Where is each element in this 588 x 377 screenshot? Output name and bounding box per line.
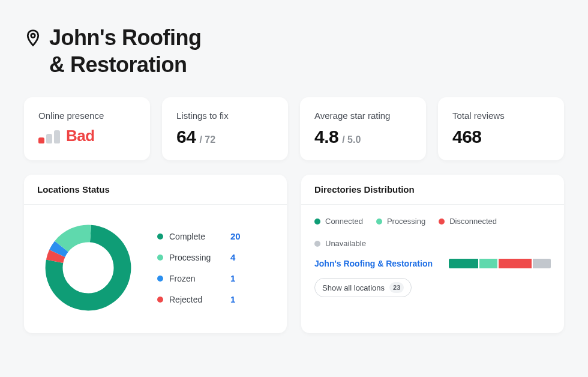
stat-label: Online presence [38, 110, 136, 121]
legend-label: Frozen [169, 274, 224, 283]
distribution-segment [499, 259, 532, 268]
legend-label: Complete [169, 232, 224, 241]
legend-dot-icon [314, 219, 320, 225]
legend-dot-icon [157, 234, 163, 240]
stat-average-star[interactable]: Average star rating 4.8 / 5.0 [300, 97, 426, 160]
locations-legend: Complete20Processing4Frozen1Rejected1 [157, 231, 241, 304]
distribution-location-name[interactable]: John's Roofing & Restoration [314, 259, 433, 268]
online-presence-status: Bad [66, 127, 95, 145]
page-header: John's Roofing & Restoration [24, 24, 564, 78]
panels-row: Locations Status Complete20Processing4Fr… [24, 175, 564, 333]
legend-label: Unavailable [325, 239, 366, 248]
locations-donut-chart [37, 217, 139, 319]
show-all-locations-button[interactable]: Show all locations 23 [314, 278, 412, 297]
legend-value: 20 [230, 231, 241, 241]
legend-label: Connected [325, 217, 363, 226]
distribution-segment [533, 259, 551, 268]
legend-dot-icon [314, 241, 320, 247]
legend-value: 1 [230, 273, 235, 283]
distribution-bar [449, 259, 551, 268]
legend-dot-icon [439, 219, 445, 225]
stats-row: Online presence Bad Listings to fix 64 /… [24, 97, 564, 160]
legend-item: Connected [314, 217, 363, 226]
legend-item: Processing4 [157, 252, 241, 262]
distribution-row: John's Roofing & Restoration [314, 259, 551, 268]
signal-bars-icon [38, 129, 60, 143]
distribution-segment [479, 259, 497, 268]
listings-to-fix-value: 64 [176, 127, 196, 147]
avg-star-value: 4.8 [314, 127, 338, 147]
panel-directories-distribution: Directories Distribution ConnectedProces… [301, 175, 564, 333]
total-reviews-value: 468 [452, 127, 482, 147]
stat-listings-to-fix[interactable]: Listings to fix 64 / 72 [162, 97, 288, 160]
legend-dot-icon [157, 297, 163, 303]
legend-dot-icon [157, 255, 163, 261]
panel-title: Locations Status [24, 175, 287, 205]
legend-item: Complete20 [157, 231, 241, 241]
business-name-line1: John's Roofing [49, 25, 202, 50]
stat-label: Total reviews [452, 110, 550, 121]
page-title: John's Roofing & Restoration [49, 24, 202, 78]
legend-item: Processing [376, 217, 425, 226]
panel-locations-status: Locations Status Complete20Processing4Fr… [24, 175, 287, 333]
location-pin-icon [24, 29, 42, 49]
locations-count-badge: 23 [389, 282, 404, 293]
legend-dot-icon [157, 276, 163, 282]
listings-to-fix-total: / 72 [199, 134, 215, 145]
legend-label: Processing [387, 217, 425, 226]
avg-star-total: / 5.0 [342, 134, 361, 145]
legend-value: 4 [230, 252, 235, 262]
legend-item: Disconnected [439, 217, 497, 226]
show-all-label: Show all locations [322, 283, 385, 292]
business-name-line2: & Restoration [49, 51, 202, 78]
stat-total-reviews[interactable]: Total reviews 468 [438, 97, 564, 160]
stat-label: Average star rating [314, 110, 412, 121]
distribution-segment [449, 259, 478, 268]
panel-title: Directories Distribution [301, 175, 564, 205]
legend-label: Rejected [169, 295, 224, 304]
legend-dot-icon [376, 219, 382, 225]
legend-value: 1 [230, 294, 235, 304]
stat-online-presence[interactable]: Online presence Bad [24, 97, 150, 160]
legend-label: Processing [169, 253, 224, 262]
stat-label: Listings to fix [176, 110, 274, 121]
legend-label: Disconnected [449, 217, 497, 226]
legend-item: Rejected1 [157, 294, 241, 304]
svg-point-0 [31, 34, 35, 38]
legend-item: Frozen1 [157, 273, 241, 283]
legend-item: Unavailable [314, 239, 366, 248]
directories-legend: ConnectedProcessingDisconnectedUnavailab… [314, 217, 551, 248]
